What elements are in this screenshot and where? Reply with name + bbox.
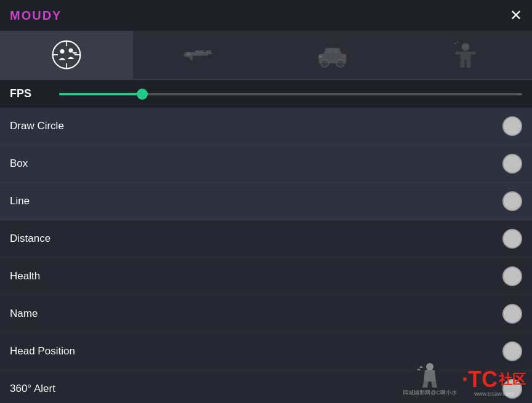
watermark-note: 屌城辅助网@C啊小水 <box>403 389 457 397</box>
svg-rect-24 <box>343 55 347 58</box>
box-label: Box <box>10 158 28 170</box>
player-icon <box>49 38 84 72</box>
svg-rect-7 <box>73 52 77 54</box>
svg-point-21 <box>321 60 329 68</box>
slider-track <box>59 93 522 95</box>
header: MOUDY ✕ <box>0 0 532 31</box>
fps-label: FPS <box>10 87 47 100</box>
health-toggle[interactable] <box>502 266 522 286</box>
watermark-soldier-icon <box>415 359 445 389</box>
svg-rect-12 <box>190 55 193 60</box>
close-button[interactable]: ✕ <box>510 8 522 23</box>
svg-rect-14 <box>195 50 204 53</box>
vehicle-icon <box>315 38 350 72</box>
svg-rect-29 <box>461 60 465 68</box>
svg-rect-13 <box>208 53 212 54</box>
draw-circle-label: Draw Circle <box>10 120 64 132</box>
health-label: Health <box>10 270 40 282</box>
misc-icon <box>448 38 483 72</box>
setting-row-name: Name <box>0 295 532 333</box>
fps-slider[interactable] <box>59 92 522 96</box>
settings-list: Draw Circle Box Line Distance Health Nam… <box>0 108 532 403</box>
svg-rect-30 <box>466 60 470 68</box>
setting-row-line: Line <box>0 183 532 220</box>
name-toggle[interactable] <box>502 304 522 324</box>
svg-rect-20 <box>333 49 338 53</box>
svg-rect-19 <box>327 49 332 53</box>
watermark-url: www.tcsaw.com <box>474 391 514 397</box>
head-position-toggle[interactable] <box>502 341 522 361</box>
box-toggle[interactable] <box>502 154 522 174</box>
setting-row-distance: Distance <box>0 220 532 258</box>
distance-label: Distance <box>10 233 50 245</box>
slider-thumb[interactable] <box>137 89 148 100</box>
svg-point-5 <box>60 49 65 54</box>
360-alert-label: 360° Alert <box>10 383 55 395</box>
tab-bar <box>0 31 532 80</box>
svg-rect-23 <box>319 55 323 58</box>
svg-rect-8 <box>75 54 75 55</box>
line-label: Line <box>10 195 30 207</box>
main-panel: MOUDY ✕ <box>0 0 532 403</box>
weapon-icon <box>182 38 217 72</box>
svg-rect-27 <box>455 51 460 55</box>
name-label: Name <box>10 308 38 320</box>
line-toggle[interactable] <box>502 191 522 211</box>
tab-player[interactable] <box>0 31 133 79</box>
tab-weapon[interactable] <box>133 31 266 79</box>
svg-point-6 <box>69 49 73 53</box>
watermark-tc-label: ·TC <box>462 369 498 391</box>
tab-vehicle[interactable] <box>266 31 399 79</box>
svg-rect-26 <box>461 51 471 60</box>
draw-circle-toggle[interactable] <box>502 116 522 136</box>
head-position-label: Head Position <box>10 345 75 357</box>
watermark: 屌城辅助网@C啊小水 ·TC 社区 www.tcsaw.com <box>403 359 526 397</box>
setting-row-box: Box <box>0 145 532 183</box>
distance-toggle[interactable] <box>502 229 522 249</box>
fps-row: FPS <box>0 80 532 108</box>
tab-misc[interactable] <box>399 31 532 79</box>
app-title: MOUDY <box>10 9 62 23</box>
slider-fill <box>59 93 142 95</box>
watermark-community-label: 社区 <box>499 373 526 386</box>
svg-point-22 <box>336 60 344 68</box>
svg-rect-28 <box>470 51 475 55</box>
svg-rect-10 <box>206 50 211 53</box>
setting-row-health: Health <box>0 258 532 295</box>
setting-row-draw-circle: Draw Circle <box>0 108 532 145</box>
